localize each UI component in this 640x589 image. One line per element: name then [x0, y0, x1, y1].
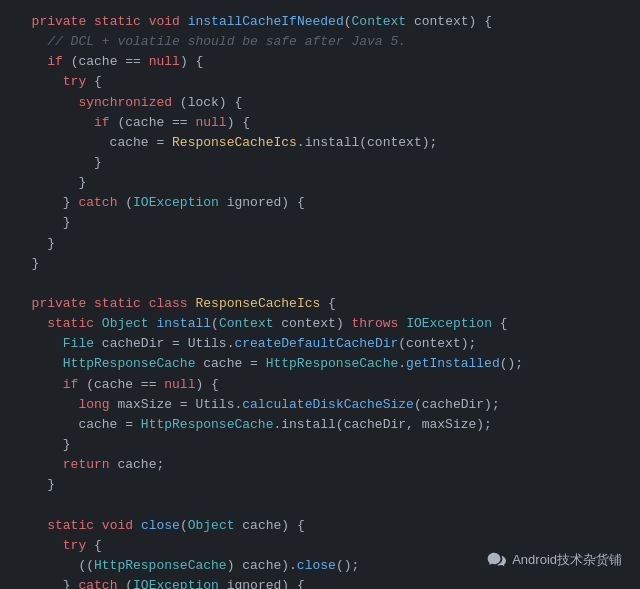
code-line: }: [16, 213, 624, 233]
code-line: } catch (IOException ignored) {: [16, 576, 624, 589]
code-line: private static void installCacheIfNeeded…: [16, 12, 624, 32]
code-line: synchronized (lock) {: [16, 93, 624, 113]
code-line: static Object install(Context context) t…: [16, 314, 624, 334]
code-line: cache = ResponseCacheIcs.install(context…: [16, 133, 624, 153]
code-line: }: [16, 173, 624, 193]
code-line: }: [16, 435, 624, 455]
code-line: long maxSize = Utils.calculateDiskCacheS…: [16, 395, 624, 415]
code-line: } catch (IOException ignored) {: [16, 193, 624, 213]
code-line: HttpResponseCache cache = HttpResponseCa…: [16, 354, 624, 374]
watermark-text: Android技术杂货铺: [512, 550, 622, 570]
code-content: private static void installCacheIfNeeded…: [16, 12, 624, 589]
code-line: cache = HttpResponseCache.install(cacheD…: [16, 415, 624, 435]
code-line: [16, 274, 624, 294]
code-line: }: [16, 234, 624, 254]
code-line: if (cache == null) {: [16, 375, 624, 395]
code-line: }: [16, 475, 624, 495]
code-line: try {: [16, 72, 624, 92]
code-line: // DCL + volatile should be safe after J…: [16, 32, 624, 52]
code-line: static void close(Object cache) {: [16, 516, 624, 536]
code-line: File cacheDir = Utils.createDefaultCache…: [16, 334, 624, 354]
code-line: if (cache == null) {: [16, 113, 624, 133]
code-line: private static class ResponseCacheIcs {: [16, 294, 624, 314]
wechat-icon: [484, 549, 506, 571]
code-viewer: private static void installCacheIfNeeded…: [0, 0, 640, 589]
code-line: [16, 495, 624, 515]
watermark: Android技术杂货铺: [484, 549, 622, 571]
code-line: if (cache == null) {: [16, 52, 624, 72]
code-line: return cache;: [16, 455, 624, 475]
code-line: }: [16, 153, 624, 173]
code-line: }: [16, 254, 624, 274]
